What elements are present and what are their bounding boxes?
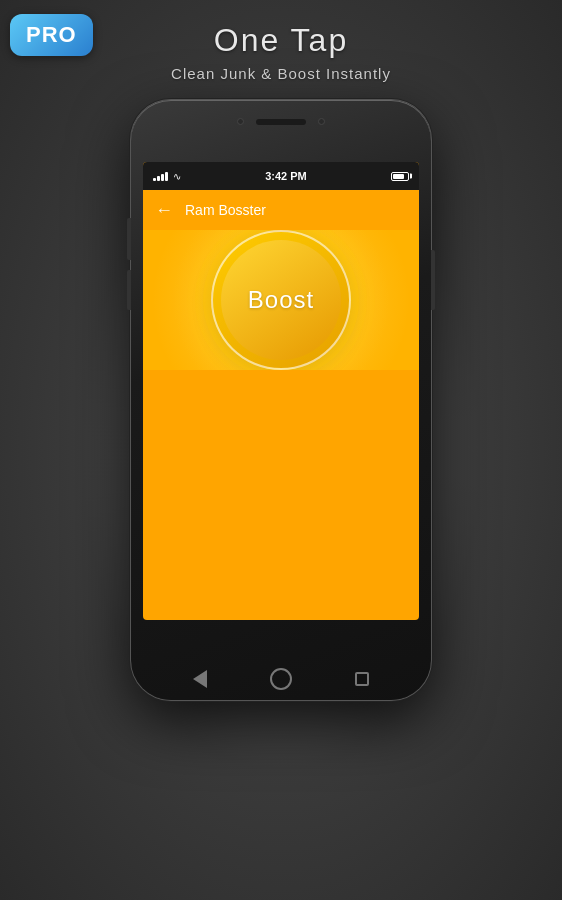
app-bar-title: Ram Bosster xyxy=(185,202,266,218)
battery-fill xyxy=(393,174,404,179)
app-main-content: Boost xyxy=(143,230,419,370)
front-camera xyxy=(237,118,244,125)
wifi-icon: ∿ xyxy=(173,171,181,182)
status-bar: ∿ 3:42 PM xyxy=(143,162,419,190)
battery-icon xyxy=(391,172,409,181)
header-title: One Tap xyxy=(171,22,391,59)
status-right xyxy=(391,172,409,181)
back-arrow-icon[interactable]: ← xyxy=(155,200,173,221)
signal-bar-2 xyxy=(157,176,160,181)
boost-button-inner: Boost xyxy=(221,240,341,360)
nav-home-icon[interactable] xyxy=(270,668,292,690)
nav-recent-icon[interactable] xyxy=(355,672,369,686)
signal-bar-3 xyxy=(161,174,164,181)
signal-icon xyxy=(153,171,168,181)
signal-bar-1 xyxy=(153,178,156,181)
header-section: One Tap Clean Junk & Boost Instantly xyxy=(171,22,391,82)
speaker-grille xyxy=(256,119,306,125)
phone-device: ∿ 3:42 PM ← Ram Bosster xyxy=(131,100,431,700)
sensor-dot xyxy=(318,118,325,125)
header-subtitle: Clean Junk & Boost Instantly xyxy=(171,65,391,82)
phone-screen: ∿ 3:42 PM ← Ram Bosster xyxy=(143,162,419,620)
nav-back-icon[interactable] xyxy=(193,670,207,688)
pro-badge: PRO xyxy=(10,14,93,56)
boost-label: Boost xyxy=(248,286,314,314)
phone-top-bar xyxy=(237,118,325,125)
phone-shell: ∿ 3:42 PM ← Ram Bosster xyxy=(131,100,431,700)
boost-button[interactable]: Boost xyxy=(211,230,351,370)
phone-nav-bar xyxy=(161,668,401,690)
status-left: ∿ xyxy=(153,171,181,182)
app-bar: ← Ram Bosster xyxy=(143,190,419,230)
signal-bar-4 xyxy=(165,172,168,181)
status-time: 3:42 PM xyxy=(265,170,307,182)
